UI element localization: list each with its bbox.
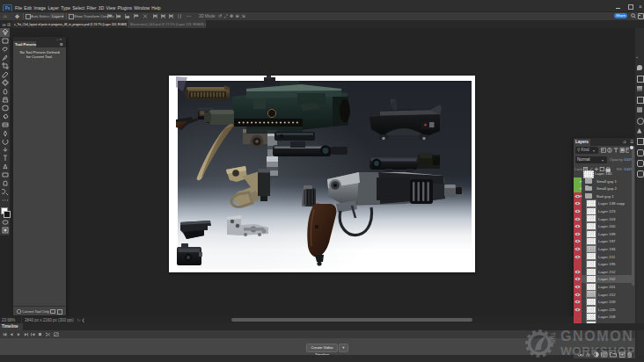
svg-text:THE: THE bbox=[550, 332, 556, 344]
svg-text:GNOMON: GNOMON bbox=[560, 329, 633, 344]
svg-text:WORKSHOP: WORKSHOP bbox=[560, 344, 635, 358]
